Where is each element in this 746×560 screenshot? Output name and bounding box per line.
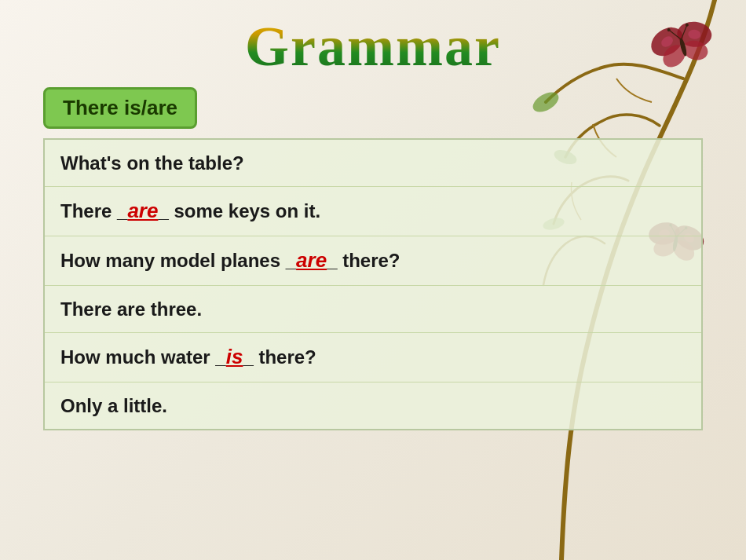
answer-are-1: are <box>127 199 158 222</box>
table-row: There _are_ some keys on it. <box>44 187 702 236</box>
table-cell: There are three. <box>44 285 702 332</box>
badge-container: There is/are <box>0 87 746 129</box>
sentence-text: There _are_ some keys on it. <box>60 200 320 221</box>
answer-are-2: are <box>296 248 327 272</box>
grammar-table: What's on the table? There _are_ some ke… <box>43 138 703 430</box>
page-title: Grammar <box>245 15 501 78</box>
table-row: How much water _is_ there? <box>44 332 702 382</box>
sentence-text: There are three. <box>60 298 202 320</box>
sentence-text: How many model planes _are_ there? <box>60 250 400 271</box>
answer-is: is <box>226 345 243 368</box>
table-cell: How much water _is_ there? <box>44 332 702 382</box>
table-cell: There _are_ some keys on it. <box>44 187 702 236</box>
table-row: What's on the table? <box>44 139 702 187</box>
topic-badge: There is/are <box>43 87 197 129</box>
badge-label: There is/are <box>63 96 177 119</box>
table-row: Only a little. <box>44 382 702 430</box>
content-wrapper: Grammar There is/are What's on the table… <box>0 0 746 560</box>
table-cell: How many model planes _are_ there? <box>44 236 702 285</box>
sentence-text: Only a little. <box>60 395 167 416</box>
table-row: How many model planes _are_ there? <box>44 236 702 285</box>
title-section: Grammar <box>0 0 746 87</box>
sentence-text: What's on the table? <box>60 152 244 174</box>
sentence-text: How much water _is_ there? <box>60 346 316 368</box>
table-cell: What's on the table? <box>44 139 702 187</box>
table-cell: Only a little. <box>44 382 702 430</box>
table-row: There are three. <box>44 285 702 332</box>
